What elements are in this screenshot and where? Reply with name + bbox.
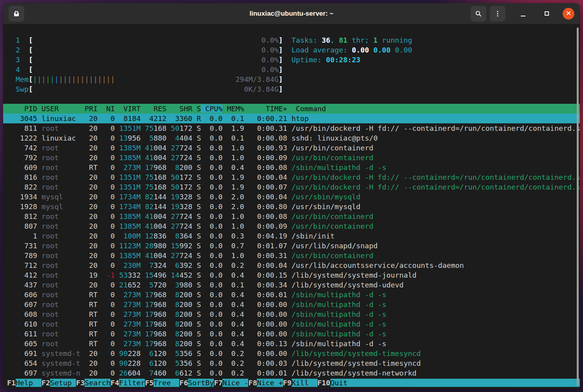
process-row-789[interactable]: 789 root 20 0 1385M 41004 27724 S 0.0 1.…: [3, 251, 580, 260]
minimize-icon: [521, 16, 525, 16]
function-key[interactable]: Nice +: [257, 379, 283, 387]
column-header[interactable]: MEM%: [222, 105, 244, 113]
column-header[interactable]: VIRT: [119, 105, 145, 113]
column-header[interactable]: RES: [145, 105, 171, 113]
process-row-610[interactable]: 610 root RT 0 273M 17968 8200 S 0.0 0.4 …: [3, 319, 580, 329]
scrollbar-thumb[interactable]: [577, 27, 579, 386]
terminal-content[interactable]: 1 [ 0.0%] Tasks: 36, 81 thr; 1 running 2…: [3, 24, 580, 389]
cpu-meter-4: 4 [ 0.0%]: [3, 65, 580, 74]
function-key[interactable]: Help: [16, 379, 42, 387]
cpu-meter-2: 2 [ 0.0%] Load average: 0.00 0.00 0.00: [3, 45, 580, 55]
htop-output: 1 [ 0.0%] Tasks: 36, 81 thr; 1 running 2…: [3, 35, 580, 388]
cpu-meter-3: 3 [ 0.0%] Uptime: 00:28:23: [3, 55, 580, 65]
function-key-bar[interactable]: F1Help F2Setup F3SearchF4FilterF5Tree F6…: [3, 378, 580, 388]
function-key[interactable]: Tree: [153, 379, 179, 387]
function-key[interactable]: F10: [318, 379, 330, 387]
table-header-row[interactable]: PID USER PRI NI VIRT RES SHR S CPU% MEM%…: [3, 104, 580, 114]
memory-meter: Mem[||||||||||||||||||| 294M/3.84G]: [3, 74, 580, 84]
new-tab-terminal-icon: [13, 10, 20, 18]
process-row-712[interactable]: 712 root 20 0 230M 7324 6392 S 0.0 0.2 0…: [3, 260, 580, 270]
menu-kebab-icon: [494, 10, 501, 17]
process-row-412[interactable]: 412 root 19 -1 53332 15496 14452 S 0.0 0…: [3, 270, 580, 280]
process-row-691[interactable]: 691 systemd-t 20 0 90228 6120 5356 S 0.0…: [3, 349, 580, 358]
function-key[interactable]: F6: [179, 379, 188, 387]
column-header[interactable]: Command: [287, 105, 326, 113]
column-header[interactable]: NI: [102, 105, 119, 113]
function-key[interactable]: Setup: [50, 379, 76, 387]
function-key[interactable]: F1: [7, 379, 16, 387]
process-row-792[interactable]: 792 root 20 0 1385M 41004 27724 S 0.0 1.…: [3, 153, 580, 163]
swap-meter: Swp[ 0K/3.84G]: [3, 84, 580, 94]
search-button[interactable]: [471, 6, 486, 22]
process-row-3045[interactable]: 3045 linuxiac 20 0 8184 4212 3360 R 0.0 …: [3, 114, 580, 123]
process-row-1934[interactable]: 1934 mysql 20 0 1734M 82144 19328 S 0.0 …: [3, 192, 580, 202]
close-button[interactable]: ✕: [563, 8, 574, 20]
new-tab-button[interactable]: [9, 6, 24, 22]
function-key[interactable]: Search: [85, 379, 110, 387]
process-row-609[interactable]: 609 root RT 0 273M 17968 8200 S 0.0 0.4 …: [3, 163, 580, 172]
blank-line: [3, 94, 580, 104]
process-row-608[interactable]: 608 root RT 0 273M 17968 8200 S 0.0 0.4 …: [3, 309, 580, 319]
terminal-window: linuxiac@ubuntu-server: ~ ✕: [3, 3, 580, 389]
process-row-811[interactable]: 811 root 20 0 1351M 75168 50172 S 0.0 1.…: [3, 123, 580, 133]
process-row-822[interactable]: 822 root 20 0 1351M 75168 50172 S 0.0 1.…: [3, 182, 580, 192]
column-header[interactable]: USER: [42, 105, 85, 113]
menu-button[interactable]: [490, 6, 505, 22]
process-row-1[interactable]: 1 root 20 0 100M 12836 8364 S 0.0 0.3 0:…: [3, 231, 580, 241]
process-row-654[interactable]: 654 systemd-t 20 0 90228 6120 5356 S 0.0…: [3, 358, 580, 368]
function-key[interactable]: F3: [76, 379, 85, 387]
function-key[interactable]: Quit: [330, 379, 356, 387]
function-key[interactable]: F9: [283, 379, 292, 387]
process-row-697[interactable]: 697 systemd-n 20 0 26604 7460 6612 S 0.0…: [3, 368, 580, 378]
column-header[interactable]: S: [197, 105, 201, 113]
process-row-437[interactable]: 437 root 20 0 21652 5720 3980 S 0.0 0.1 …: [3, 280, 580, 290]
function-key[interactable]: F4: [110, 379, 119, 387]
process-row-605[interactable]: 605 root RT 0 273M 17968 8200 S 0.0 0.4 …: [3, 339, 580, 349]
process-row-1222[interactable]: 1222 linuxiac 20 0 13956 5880 4404 S 0.0…: [3, 133, 580, 143]
function-key[interactable]: SortBy: [188, 379, 214, 387]
process-row-606[interactable]: 606 root RT 0 273M 17968 8200 S 0.0 0.4 …: [3, 290, 580, 300]
maximize-icon: [545, 11, 549, 16]
function-key[interactable]: [356, 379, 580, 387]
function-key[interactable]: F2: [42, 379, 50, 387]
search-icon: [475, 10, 482, 17]
titlebar[interactable]: linuxiac@ubuntu-server: ~ ✕: [3, 3, 580, 24]
column-header[interactable]: PRI: [85, 105, 102, 113]
column-header[interactable]: SHR: [171, 105, 197, 113]
cpu-meter-1: 1 [ 0.0%] Tasks: 36, 81 thr; 1 running: [3, 35, 580, 45]
process-row-1928[interactable]: 1928 mysql 20 0 1734M 82144 19328 S 0.0 …: [3, 202, 580, 211]
column-header[interactable]: TIME+: [244, 105, 287, 113]
maximize-button[interactable]: [540, 7, 553, 20]
process-row-611[interactable]: 611 root RT 0 273M 17968 8200 S 0.0 0.4 …: [3, 329, 580, 339]
minimize-button[interactable]: [516, 7, 530, 20]
function-key[interactable]: Nice -: [222, 379, 248, 387]
process-row-731[interactable]: 731 root 20 0 1123M 28980 15992 S 0.0 0.…: [3, 241, 580, 251]
process-row-607[interactable]: 607 root RT 0 273M 17968 8200 S 0.0 0.4 …: [3, 300, 580, 309]
process-row-742[interactable]: 742 root 20 0 1385M 41004 27724 S 0.0 1.…: [3, 143, 580, 153]
function-key[interactable]: Kill: [292, 379, 318, 387]
close-icon: ✕: [566, 10, 571, 17]
process-row-807[interactable]: 807 root 20 0 1385M 41004 27724 S 0.0 1.…: [3, 221, 580, 231]
column-header[interactable]: PID: [7, 105, 42, 113]
process-row-812[interactable]: 812 root 20 0 1385M 41004 27724 S 0.0 1.…: [3, 211, 580, 221]
function-key[interactable]: F5: [145, 379, 153, 387]
function-key[interactable]: F8: [248, 379, 257, 387]
function-key[interactable]: Filter: [119, 379, 145, 387]
process-row-816[interactable]: 816 root 20 0 1351M 75168 50172 S 0.0 1.…: [3, 172, 580, 182]
function-key[interactable]: F7: [214, 379, 222, 387]
column-header[interactable]: CPU%: [201, 105, 222, 113]
